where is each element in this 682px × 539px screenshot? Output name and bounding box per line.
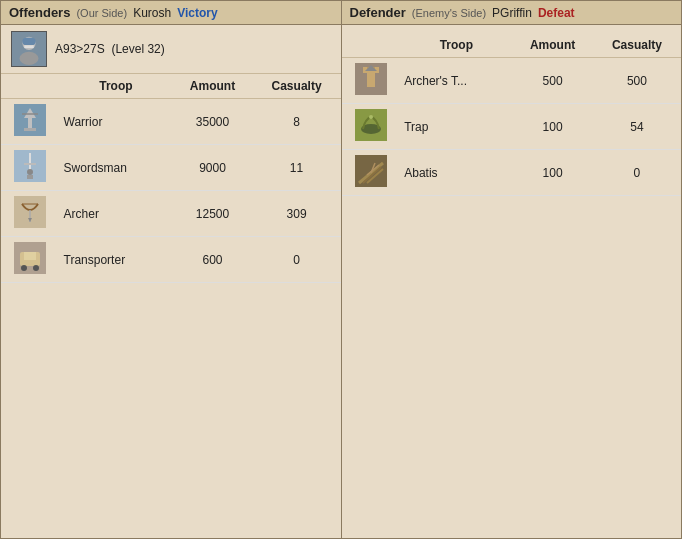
main-container: Offenders (Our Side) Kurosh Victory A93>… [0,0,682,539]
troop-casualty-cell: 11 [253,145,341,191]
troop-amount-cell: 100 [512,104,592,150]
svg-rect-13 [24,163,36,165]
offenders-troop-table: Troop Amount Casualty Warrior 35000 8 Sw… [1,74,341,283]
offenders-col-casualty: Casualty [253,74,341,99]
troop-name-cell: Archer's T... [400,58,512,104]
defenders-result: Defeat [538,6,575,20]
offenders-result: Victory [177,6,217,20]
troop-icon-cell [342,150,401,196]
svg-point-22 [21,265,27,271]
defenders-header: Defender (Enemy's Side) PGriffin Defeat [342,1,682,25]
troop-icon-cell [342,58,401,104]
troop-icon-cell [342,104,401,150]
troop-amount-cell: 9000 [172,145,252,191]
troop-amount-cell: 500 [512,58,592,104]
offenders-player-name: A93>27S (Level 32) [55,42,165,56]
defenders-col-icon [342,33,401,58]
defenders-col-amount: Amount [512,33,592,58]
table-row: Trap 100 54 [342,104,682,150]
troop-casualty-cell: 0 [593,150,681,196]
table-row: Warrior 35000 8 [1,99,341,145]
offenders-col-icon [1,74,60,99]
troop-casualty-cell: 8 [253,99,341,145]
troop-name-cell: Archer [60,191,173,237]
table-row: Archer 12500 309 [1,191,341,237]
defenders-side-label: (Enemy's Side) [412,7,486,19]
troop-name-cell: Trap [400,104,512,150]
troop-icon-cell [1,99,60,145]
troop-casualty-cell: 500 [593,58,681,104]
svg-point-14 [27,169,33,175]
troop-amount-cell: 600 [172,237,252,283]
troop-amount-cell: 12500 [172,191,252,237]
svg-point-23 [33,265,39,271]
svg-rect-15 [27,175,33,179]
svg-rect-9 [24,128,36,131]
troop-amount-cell: 100 [512,150,592,196]
table-row: Swordsman 9000 11 [1,145,341,191]
offenders-table-header-row: Troop Amount Casualty [1,74,341,99]
troop-amount-cell: 35000 [172,99,252,145]
defenders-title: Defender [350,5,406,20]
troop-icon-cell [1,191,60,237]
troop-icon-cell [1,145,60,191]
offenders-player-avatar [11,31,47,67]
troop-icon-cell [1,237,60,283]
table-row: Abatis 100 0 [342,150,682,196]
player-avatar-icon [12,31,46,67]
offenders-side-label: (Our Side) [76,7,127,19]
offenders-header: Offenders (Our Side) Kurosh Victory [1,1,341,25]
defenders-name1: PGriffin [492,6,532,20]
svg-point-33 [369,115,373,119]
offenders-col-amount: Amount [172,74,252,99]
svg-rect-4 [22,38,35,46]
svg-rect-24 [24,252,36,260]
offenders-panel: Offenders (Our Side) Kurosh Victory A93>… [1,1,342,538]
offenders-title: Offenders [9,5,70,20]
svg-rect-5 [24,45,33,48]
troop-casualty-cell: 54 [593,104,681,150]
troop-name-cell: Swordsman [60,145,173,191]
defenders-table-header-row: Troop Amount Casualty [342,33,682,58]
troop-name-cell: Warrior [60,99,173,145]
table-row: Archer's T... 500 500 [342,58,682,104]
troop-casualty-cell: 0 [253,237,341,283]
defenders-panel: Defender (Enemy's Side) PGriffin Defeat … [342,1,682,538]
offenders-name1: Kurosh [133,6,171,20]
table-row: Transporter 600 0 [1,237,341,283]
troop-name-cell: Abatis [400,150,512,196]
defenders-troop-table: Troop Amount Casualty Archer's T... 500 … [342,33,682,196]
offenders-player-row: A93>27S (Level 32) [1,25,341,74]
defenders-col-troop: Troop [400,33,512,58]
defenders-col-casualty: Casualty [593,33,681,58]
troop-name-cell: Transporter [60,237,173,283]
troop-casualty-cell: 309 [253,191,341,237]
svg-rect-12 [29,153,31,171]
svg-point-2 [20,52,39,65]
offenders-col-troop: Troop [60,74,173,99]
